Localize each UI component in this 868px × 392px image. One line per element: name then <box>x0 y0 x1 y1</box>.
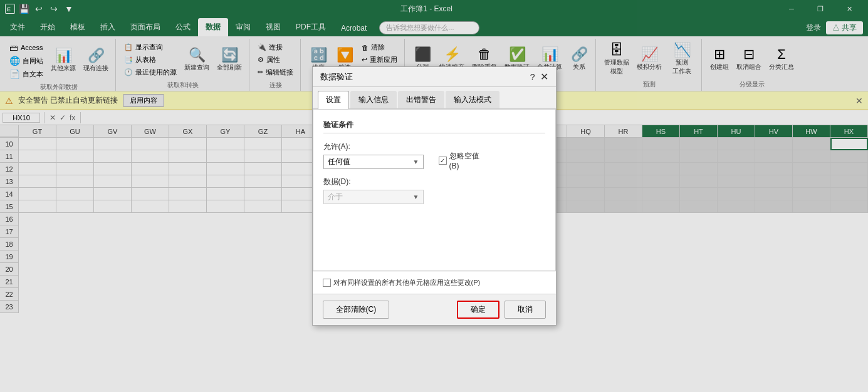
apply-all-label: 对有同样设置的所有其他单元格应用这些更改(P) <box>333 278 481 287</box>
data-select-arrow: ▼ <box>413 193 419 200</box>
ignore-blank-checkbox[interactable]: ✓ <box>439 157 447 165</box>
data-label: 数据(D): <box>323 177 358 187</box>
dialog-tab-settings[interactable]: 设置 <box>318 91 349 109</box>
apply-all-section: 对有同样设置的所有其他单元格应用这些更改(P) <box>313 271 556 294</box>
dialog-help-button[interactable]: ? <box>530 72 535 82</box>
ignore-blank-label: 忽略空值(B) <box>449 151 484 170</box>
data-validation-dialog: 数据验证 ? ✕ 设置 输入信息 出错警告 输入法模式 验证条件 允许(A): … <box>312 66 557 313</box>
dialog-tab-input-mode[interactable]: 输入法模式 <box>446 91 499 108</box>
ok-button[interactable]: 确定 <box>457 301 499 313</box>
allow-label: 允许(A): <box>323 142 358 152</box>
dialog-body: 验证条件 允许(A): 任何值 ▼ ✓ 忽略空值(B) <box>313 109 556 271</box>
dialog-buttons: 全部清除(C) 确定 取消 <box>313 294 556 313</box>
dialog-tab-input-info[interactable]: 输入信息 <box>350 91 397 108</box>
section-label-validate: 验证条件 <box>323 120 545 133</box>
dialog-overlay: 数据验证 ? ✕ 设置 输入信息 出错警告 输入法模式 验证条件 允许(A): … <box>0 0 868 313</box>
ignore-blank-check-mark: ✓ <box>440 157 445 164</box>
dialog-close-button[interactable]: ✕ <box>540 71 548 83</box>
dialog-title: 数据验证 <box>320 71 353 83</box>
allow-select-arrow: ▼ <box>413 158 419 165</box>
allow-row: 允许(A): 任何值 ▼ ✓ 忽略空值(B) <box>323 140 545 170</box>
clear-all-button[interactable]: 全部清除(C) <box>323 301 390 313</box>
dialog-title-bar: 数据验证 ? ✕ <box>313 67 556 87</box>
allow-select[interactable]: 任何值 ▼ <box>323 155 424 169</box>
data-select[interactable]: 介于 ▼ <box>323 190 424 204</box>
allow-value: 任何值 <box>328 157 350 167</box>
dialog-spacer <box>323 210 545 260</box>
dialog-tabs: 设置 输入信息 出错警告 输入法模式 <box>313 87 556 109</box>
apply-all-checkbox[interactable] <box>323 279 331 287</box>
data-row: 数据(D): 介于 ▼ <box>323 177 545 204</box>
dialog-tab-error-alert[interactable]: 出错警告 <box>398 91 444 108</box>
data-value: 介于 <box>328 192 343 202</box>
cancel-button[interactable]: 取消 <box>505 301 546 313</box>
